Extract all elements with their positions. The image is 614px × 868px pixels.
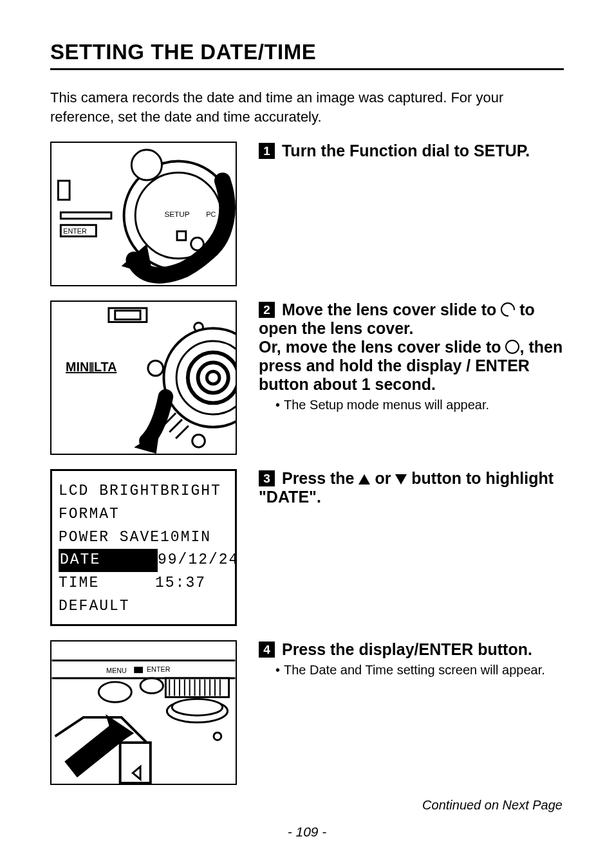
svg-point-11: [192, 435, 205, 448]
svg-rect-9: [115, 311, 140, 320]
page-number: - 109 -: [50, 824, 564, 840]
lcd-row-lcd-bright: LCD BRIGHTBRIGHT: [59, 480, 228, 503]
lens-open-icon: [501, 302, 515, 317]
svg-line-20: [169, 420, 182, 432]
svg-point-16: [207, 372, 219, 385]
lcd-menu-screen: LCD BRIGHTBRIGHT FORMAT POWER SAVE10MIN …: [50, 469, 237, 626]
lcd-row-date-selected: DATE99/12/24: [59, 549, 228, 572]
svg-point-38: [140, 678, 163, 694]
step-4: MENU ENTER 4 Press the display/ENTER but…: [50, 640, 564, 785]
enter-label: ENTER: [63, 228, 87, 235]
figure-2-lens-cover: MIN⦀LTA: [50, 300, 237, 455]
step-3: LCD BRIGHTBRIGHT FORMAT POWER SAVE10MIN …: [50, 469, 564, 626]
page-title: SETTING THE DATE/TIME: [50, 40, 564, 70]
lcd-row-time: TIME15:37: [59, 572, 228, 595]
svg-point-37: [98, 682, 131, 702]
step-1: ENTER SETUP PC 1 Turn the Function dial …: [50, 142, 564, 286]
svg-point-36: [172, 699, 223, 716]
step-number-4: 4: [259, 642, 275, 658]
svg-point-42: [214, 733, 221, 741]
step-3-text-a: Press the: [282, 469, 359, 487]
menu-label: MENU: [106, 667, 127, 674]
lens-close-icon: [505, 340, 519, 354]
svg-point-17: [148, 361, 163, 376]
pc-label: PC: [206, 210, 216, 218]
step-number-1: 1: [259, 143, 275, 159]
step-2-bullet: The Setup mode menus will appear.: [275, 398, 564, 412]
step-4-bullet: The Date and Time setting screen will ap…: [275, 663, 564, 678]
continued-note: Continued on Next Page: [50, 798, 563, 813]
enter-label-2: ENTER: [147, 665, 171, 673]
svg-rect-6: [58, 181, 70, 199]
intro-text: This camera records the date and time an…: [50, 88, 564, 126]
step-3-text-b: or: [370, 469, 395, 487]
figure-4-enter-button: MENU ENTER: [50, 640, 237, 785]
step-number-2: 2: [259, 302, 275, 318]
svg-rect-39: [134, 667, 143, 674]
lcd-row-format: FORMAT: [59, 503, 228, 526]
lcd-row-power-save: POWER SAVE10MIN: [59, 526, 228, 549]
triangle-up-icon: [358, 474, 370, 485]
figure-1-function-dial: ENTER SETUP PC: [50, 142, 237, 286]
setup-label: SETUP: [164, 210, 189, 218]
svg-point-4: [131, 150, 162, 180]
step-2-text-a: Move the lens cover slide to: [282, 300, 501, 319]
step-2-text-c: Or, move the lens cover slide to: [259, 338, 505, 356]
step-1-text: Turn the Function dial to SETUP.: [282, 142, 530, 160]
step-2: MIN⦀LTA 2 Move the lens cover slide to: [50, 300, 564, 455]
step-number-3: 3: [259, 470, 275, 486]
step-4-text: Press the display/ENTER button.: [282, 640, 532, 658]
svg-rect-0: [60, 212, 111, 219]
lcd-row-default: DEFAULT: [59, 595, 228, 618]
svg-line-21: [176, 426, 189, 439]
brand-label: MIN⦀LTA: [66, 360, 116, 374]
triangle-down-icon: [395, 474, 407, 485]
svg-rect-40: [120, 743, 151, 783]
